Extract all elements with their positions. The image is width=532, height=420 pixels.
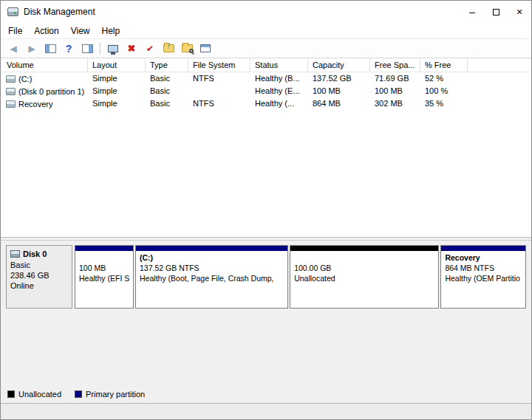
forward-icon[interactable]: ▶ <box>24 41 40 56</box>
up-folder-icon[interactable]: ↑ <box>160 41 177 56</box>
column-header-filler <box>468 58 531 72</box>
volume-free: 71.69 GB <box>370 72 420 85</box>
legend-primary-partition: Primary partition <box>75 390 145 399</box>
menu-action[interactable]: Action <box>28 26 64 36</box>
volume-icon <box>6 88 16 95</box>
magnifier-icon <box>189 49 194 53</box>
partition-efi[interactable]: 100 MB Healthy (EFI S <box>75 245 134 309</box>
partition-color-strip <box>441 246 525 251</box>
volume-icon <box>6 100 16 108</box>
volume-layout: Simple <box>88 97 146 110</box>
volume-type: Basic <box>146 72 188 85</box>
partition-c[interactable]: (C:) 137.52 GB NTFS Healthy (Boot, Page … <box>135 245 288 309</box>
column-header-status[interactable]: Status <box>250 58 308 72</box>
volume-pct-free: 100 % <box>420 85 468 97</box>
search-folder-icon[interactable] <box>179 41 195 56</box>
volume-list: Volume Layout Type File System Status Ca… <box>1 58 531 237</box>
maximize-icon <box>493 9 499 16</box>
menubar: File Action View Help <box>1 23 531 38</box>
partition-title: (C:) <box>140 253 284 264</box>
volume-row-partition1[interactable]: (Disk 0 partition 1) Simple Basic Health… <box>1 85 531 97</box>
volume-capacity: 864 MB <box>308 97 370 110</box>
views-icon[interactable] <box>197 41 214 56</box>
back-icon[interactable]: ◀ <box>5 41 21 56</box>
column-header-pct-free[interactable]: % Free <box>420 58 468 72</box>
partition-status: Healthy (OEM Partitio <box>445 274 521 284</box>
menu-help[interactable]: Help <box>96 26 126 36</box>
column-header-type[interactable]: Type <box>146 58 188 72</box>
legend-unallocated: Unallocated <box>7 390 61 399</box>
partition-status: Healthy (Boot, Page File, Crash Dump, <box>140 274 284 284</box>
toolbar-separator <box>100 43 100 55</box>
partition-status: Unallocated <box>294 274 434 284</box>
partition-title <box>294 253 434 264</box>
volume-capacity: 100 MB <box>308 85 370 97</box>
menu-view[interactable]: View <box>65 26 96 36</box>
legend-label: Primary partition <box>86 390 145 399</box>
disk-0-row: Disk 0 Basic 238.46 GB Online 100 MB Hea… <box>6 245 526 309</box>
volume-list-header: Volume Layout Type File System Status Ca… <box>1 58 531 72</box>
partition-title: Recovery <box>445 253 521 264</box>
disk-status: Online <box>10 280 68 291</box>
disk-management-window: Disk Management – × File Action View Hel… <box>0 0 532 420</box>
partition-color-strip <box>136 246 287 251</box>
partition-size: 864 MB NTFS <box>445 264 521 274</box>
volume-fs: NTFS <box>188 97 250 110</box>
volume-free: 302 MB <box>370 97 420 110</box>
column-header-capacity[interactable]: Capacity <box>308 58 370 72</box>
help-icon[interactable]: ? <box>61 41 77 56</box>
statusbar <box>1 403 531 419</box>
close-button[interactable]: × <box>508 1 531 23</box>
partition-size: 100 MB <box>79 264 129 274</box>
volume-layout: Simple <box>88 72 146 85</box>
volume-free: 100 MB <box>370 85 420 97</box>
volume-pct-free: 52 % <box>420 72 468 85</box>
legend: Unallocated Primary partition <box>6 385 526 403</box>
volume-status: Healthy (B... <box>250 72 308 85</box>
primary-partition-swatch <box>75 390 82 398</box>
column-header-free-space[interactable]: Free Spa... <box>370 58 420 72</box>
volume-icon <box>6 75 16 83</box>
disk-icon <box>10 250 20 258</box>
partition-color-strip <box>290 246 438 251</box>
partition-size: 137.52 GB NTFS <box>140 264 284 274</box>
legend-label: Unallocated <box>18 390 61 399</box>
partition-title <box>79 253 129 264</box>
graphical-view: Disk 0 Basic 238.46 GB Online 100 MB Hea… <box>1 241 531 403</box>
volume-capacity: 137.52 GB <box>308 72 370 85</box>
column-header-layout[interactable]: Layout <box>88 58 146 72</box>
maximize-button[interactable] <box>484 1 508 23</box>
window-title: Disk Management <box>24 7 95 17</box>
partition-recovery[interactable]: Recovery 864 MB NTFS Healthy (OEM Partit… <box>440 245 525 309</box>
disk-0-panel[interactable]: Disk 0 Basic 238.46 GB Online <box>6 245 72 309</box>
column-header-file-system[interactable]: File System <box>188 58 250 72</box>
volume-row-c[interactable]: (C:) Simple Basic NTFS Healthy (B... 137… <box>1 72 531 85</box>
disk-size: 238.46 GB <box>10 270 68 280</box>
volume-type: Basic <box>146 97 188 110</box>
volume-name: (Disk 0 partition 1) <box>18 86 84 97</box>
delete-volume-icon[interactable]: ✖ <box>123 41 140 56</box>
partition-unallocated[interactable]: 100.00 GB Unallocated <box>290 245 439 309</box>
unallocated-swatch <box>7 390 15 398</box>
disk-name: Disk 0 <box>23 249 47 259</box>
column-header-volume[interactable]: Volume <box>1 58 88 72</box>
minimize-button[interactable]: – <box>460 1 484 23</box>
partition-strip: 100 MB Healthy (EFI S (C:) 137.52 GB NTF… <box>75 245 526 309</box>
titlebar: Disk Management – × <box>1 1 531 23</box>
volume-name: Recovery <box>18 98 52 110</box>
volume-status: Healthy (E... <box>250 85 308 97</box>
volume-status: Healthy (... <box>250 97 308 110</box>
volume-fs <box>188 85 250 97</box>
volume-row-recovery[interactable]: Recovery Simple Basic NTFS Healthy (... … <box>1 97 531 110</box>
partition-size: 100.00 GB <box>294 264 434 274</box>
menu-file[interactable]: File <box>2 26 28 36</box>
properties-panel-icon[interactable] <box>79 41 95 56</box>
disk-kind: Basic <box>10 260 68 270</box>
volume-type: Basic <box>146 85 188 97</box>
console-tree-icon[interactable] <box>42 41 58 56</box>
check-dialog-icon[interactable]: ✔ <box>142 41 158 56</box>
app-icon <box>7 7 18 16</box>
volume-layout: Simple <box>88 85 146 97</box>
computer-icon[interactable] <box>105 41 121 56</box>
volume-pct-free: 35 % <box>420 97 468 110</box>
